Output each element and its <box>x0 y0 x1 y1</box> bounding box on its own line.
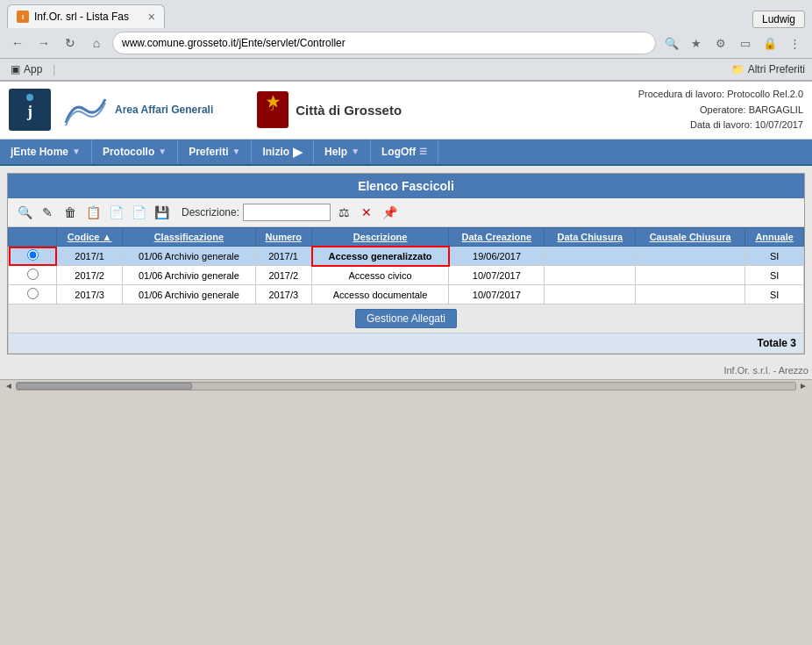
gestione-allegati-button[interactable]: Gestione Allegati <box>355 309 457 328</box>
gestione-row: Gestione Allegati <box>9 305 804 333</box>
apps-bookmark[interactable]: ▣ App <box>7 61 46 77</box>
cell-descrizione[interactable]: Accesso generalizzato <box>312 247 449 266</box>
col-descrizione-link[interactable]: Descrizione <box>353 232 408 242</box>
table-row: 2017/301/06 Archivio generale2017/3Acces… <box>9 285 804 305</box>
nav-help-label: Help <box>324 146 347 158</box>
nav-item-help[interactable]: Help ▼ <box>314 140 371 164</box>
address-input[interactable] <box>112 32 656 54</box>
cell-annuale: SI <box>745 247 804 266</box>
view-tool-button[interactable]: 📄 <box>129 203 148 222</box>
cell-classificazione: 01/06 Archivio generale <box>123 266 255 285</box>
col-data-chiusura-link[interactable]: Data Chiusura <box>557 232 623 242</box>
svg-text:╯: ╯ <box>270 105 275 114</box>
table-header-row: Codice ▲ Classificazione Numero Descrizi… <box>9 227 804 247</box>
col-numero-link[interactable]: Numero <box>266 232 303 242</box>
address-bar-row: ← → ↻ ⌂ 🔍 ★ ⚙ ▭ 🔒 ⋮ <box>0 28 812 59</box>
col-classificazione[interactable]: Classificazione <box>123 227 255 247</box>
cell-descrizione[interactable]: Accesso documentale <box>312 285 449 305</box>
col-causale-chiusura-link[interactable]: Causale Chiusura <box>650 232 731 242</box>
nav-preferiti-label: Preferiti <box>189 146 228 158</box>
logo-box: j <box>9 89 51 131</box>
page-header: j Area Affari Generali ╯ <box>0 82 812 140</box>
cell-data-chiusura <box>545 247 636 266</box>
refresh-button[interactable]: ↻ <box>60 32 81 54</box>
back-button[interactable]: ← <box>7 32 28 54</box>
header-info: Procedura di lavoro: Protocollo Rel.2.0 … <box>638 87 803 133</box>
folder-label: Altri Preferiti <box>748 63 805 75</box>
scrollbar-track[interactable] <box>16 382 796 391</box>
col-codice-link[interactable]: Codice ▲ <box>68 232 112 242</box>
row-radio[interactable] <box>27 269 39 280</box>
nav-bar: jEnte Home ▼ Protocollo ▼ Preferiti ▼ In… <box>0 140 812 166</box>
shield-icon[interactable]: 🔒 <box>759 32 780 54</box>
col-data-creazione-link[interactable]: Data Creazione <box>462 232 531 242</box>
search-icon[interactable]: 🔍 <box>661 32 682 54</box>
nav-item-logoff[interactable]: LogOff ☰ <box>371 140 438 164</box>
nav-item-inizio[interactable]: Inizio ▶ <box>252 140 314 164</box>
user-button[interactable]: Ludwig <box>752 11 805 28</box>
nav-item-preferiti[interactable]: Preferiti ▼ <box>178 140 252 164</box>
col-classificazione-link[interactable]: Classificazione <box>154 232 224 242</box>
copy-tool-button[interactable]: 📋 <box>83 203 103 222</box>
forward-button[interactable]: → <box>33 32 54 54</box>
wave-logo <box>61 92 110 127</box>
col-data-chiusura[interactable]: Data Chiusura <box>545 227 636 247</box>
col-annuale-link[interactable]: Annuale <box>755 232 793 242</box>
nav-home-arrow: ▼ <box>72 147 81 156</box>
col-data-creazione[interactable]: Data Creazione <box>449 227 545 247</box>
cell-data-chiusura <box>545 285 636 305</box>
city-emblem: ╯ <box>257 91 288 128</box>
col-numero[interactable]: Numero <box>255 227 312 247</box>
table-title: Elenco Fascicoli <box>8 174 804 198</box>
nav-protocollo-arrow: ▼ <box>158 147 167 156</box>
nav-inizio-icon: ▶ <box>293 145 303 159</box>
filter-tool-button[interactable]: ⚖ <box>334 203 353 222</box>
cell-data-chiusura <box>545 266 636 285</box>
col-descrizione[interactable]: Descrizione <box>312 227 449 247</box>
cell-numero: 2017/1 <box>255 247 312 266</box>
nav-protocollo-label: Protocollo <box>103 146 154 158</box>
nav-item-protocollo[interactable]: Protocollo ▼ <box>92 140 178 164</box>
operator-info: Operatore: BARGAGLIL <box>638 103 803 118</box>
col-causale-chiusura[interactable]: Causale Chiusura <box>636 227 745 247</box>
cell-descrizione[interactable]: Accesso civico <box>312 266 449 285</box>
col-annuale[interactable]: Annuale <box>745 227 804 247</box>
cell-causale-chiusura <box>636 285 745 305</box>
row-radio[interactable] <box>27 288 39 299</box>
nav-preferiti-arrow: ▼ <box>232 147 241 156</box>
cell-codice: 2017/2 <box>57 266 123 285</box>
area-label: Area Affari Generali <box>115 104 213 116</box>
delete-tool-button[interactable]: 🗑 <box>61 203 80 222</box>
altri-preferiti-bookmark[interactable]: 📁 Altri Preferiti <box>731 63 805 75</box>
cell-classificazione: 01/06 Archivio generale <box>123 247 255 266</box>
tab-close-button[interactable]: × <box>148 10 155 24</box>
clip-tool-button[interactable]: 📌 <box>380 203 399 222</box>
tab-title: Inf.Or. srl - Lista Fas <box>34 11 143 23</box>
browser-tab[interactable]: I Inf.Or. srl - Lista Fas × <box>7 4 165 28</box>
home-button[interactable]: ⌂ <box>86 32 107 54</box>
save-tool-button[interactable]: 💾 <box>152 203 171 222</box>
cell-codice: 2017/3 <box>57 285 123 305</box>
paste-tool-button[interactable]: 📄 <box>106 203 125 222</box>
cast-icon[interactable]: ▭ <box>735 32 756 54</box>
row-radio[interactable] <box>27 249 39 261</box>
cell-data-creazione: 10/07/2017 <box>449 266 545 285</box>
search-tool-button[interactable]: 🔍 <box>15 203 34 222</box>
scroll-right-arrow[interactable]: ► <box>796 381 810 391</box>
scrollbar-thumb[interactable] <box>17 383 192 390</box>
page-wrapper: j Area Affari Generali ╯ <box>0 82 812 379</box>
header-logo: j <box>9 89 51 131</box>
menu-icon[interactable]: ⋮ <box>784 32 805 54</box>
scroll-left-arrow[interactable]: ◄ <box>2 381 16 391</box>
desc-input[interactable] <box>243 204 331 221</box>
nav-home-label: jEnte Home <box>11 146 68 158</box>
col-codice[interactable]: Codice ▲ <box>57 227 123 247</box>
star-icon[interactable]: ★ <box>686 32 707 54</box>
nav-item-home[interactable]: jEnte Home ▼ <box>0 140 92 164</box>
cell-codice: 2017/1 <box>57 247 123 266</box>
settings-icon[interactable]: ⚙ <box>710 32 731 54</box>
clear-filter-button[interactable]: ✕ <box>357 203 376 222</box>
cell-classificazione: 01/06 Archivio generale <box>123 285 255 305</box>
site-footer: Inf.Or. s.r.l. - Arezzo <box>0 362 812 379</box>
edit-tool-button[interactable]: ✎ <box>38 203 57 222</box>
